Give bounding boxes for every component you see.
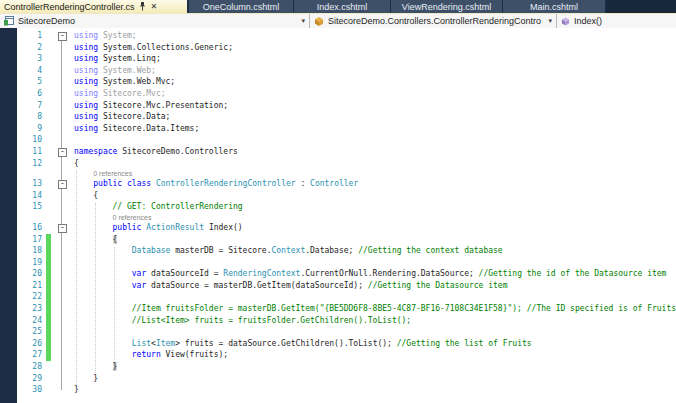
outlining-margin[interactable] (51, 234, 74, 246)
code-text[interactable]: return View(fruits); (74, 349, 676, 361)
line-number[interactable]: 23 (17, 303, 46, 315)
code-text[interactable]: using Sitecore.Mvc; (74, 88, 676, 100)
outlining-margin[interactable] (51, 361, 74, 373)
outlining-margin[interactable] (51, 42, 74, 54)
line-number[interactable]: 25 (17, 326, 46, 338)
code-text[interactable]: public class ControllerRenderingControll… (74, 178, 676, 190)
outlining-margin[interactable] (51, 190, 74, 202)
line-number[interactable]: 15 (17, 201, 46, 213)
tab-index[interactable]: Index.cshtml (294, 0, 390, 13)
member-dropdown[interactable]: Index() (557, 14, 676, 28)
line-number[interactable]: 2 (17, 42, 46, 54)
outlining-margin[interactable] (51, 201, 74, 213)
project-dropdown[interactable]: SitecoreDemo ▾ (0, 14, 310, 28)
code-text[interactable]: using System.Linq; (74, 53, 676, 65)
tab-controller-rendering-controller[interactable]: ControllerRenderingController.cs ✕ (0, 0, 187, 13)
code-text[interactable]: { (74, 158, 676, 170)
code-text[interactable]: using Sitecore.Data; (74, 111, 676, 123)
outlining-margin[interactable]: - (51, 222, 74, 234)
line-number[interactable]: 17 (17, 234, 46, 246)
code-text[interactable]: // GET: ControllerRendering (74, 201, 676, 213)
code-text[interactable]: } (74, 384, 676, 396)
code-text[interactable]: } (74, 373, 676, 385)
code-editor[interactable]: 1-using System;2using System.Collections… (0, 28, 676, 403)
code-text[interactable]: using Sitecore.Mvc.Presentation; (74, 100, 676, 112)
code-text[interactable] (74, 326, 676, 338)
codelens-annotation[interactable]: 0 references (113, 214, 152, 221)
outlining-margin[interactable] (51, 158, 74, 170)
line-number[interactable]: 3 (17, 53, 46, 65)
outlining-margin[interactable] (51, 268, 74, 280)
line-number[interactable]: 6 (17, 88, 46, 100)
code-text[interactable]: using System.Collections.Generic; (74, 42, 676, 54)
line-number[interactable]: 26 (17, 338, 46, 350)
code-text[interactable]: using System; (74, 30, 676, 42)
tab-main[interactable]: Main.cshtml (503, 0, 605, 13)
code-text[interactable]: //Item fruitsFolder = masterDB.GetItem("… (74, 303, 676, 315)
outlining-margin[interactable] (51, 315, 74, 327)
outlining-margin[interactable] (51, 123, 74, 135)
code-text[interactable]: using System.Web; (74, 65, 676, 77)
line-number[interactable]: 22 (17, 291, 46, 303)
collapse-toggle-icon[interactable]: - (58, 180, 67, 189)
code-text[interactable]: } (74, 361, 676, 373)
outlining-margin[interactable] (51, 134, 74, 146)
line-number[interactable]: 7 (17, 100, 46, 112)
line-number[interactable]: 8 (17, 111, 46, 123)
outlining-margin[interactable]: - (51, 178, 74, 190)
code-text[interactable]: Database masterDB = Sitecore.Context.Dat… (74, 245, 676, 257)
code-text[interactable]: namespace SitecoreDemo.Controllers (74, 146, 676, 158)
outlining-margin[interactable] (51, 349, 74, 361)
outlining-margin[interactable] (51, 111, 74, 123)
outlining-margin[interactable] (51, 326, 74, 338)
tab-viewrendering[interactable]: ViewRendering.cshtml (391, 0, 502, 13)
tab-onecolumn[interactable]: OneColumn.cshtml (189, 0, 293, 13)
code-text[interactable]: //List<Item> fruits = fruitsFolder.GetCh… (74, 315, 676, 327)
code-text[interactable] (74, 257, 676, 269)
line-number[interactable]: 19 (17, 257, 46, 269)
line-number[interactable]: 29 (17, 373, 46, 385)
outlining-margin[interactable] (51, 245, 74, 257)
outlining-margin[interactable] (51, 303, 74, 315)
line-number[interactable]: 28 (17, 361, 46, 373)
line-number[interactable]: 5 (17, 76, 46, 88)
line-number[interactable]: 13 (17, 178, 46, 190)
line-number[interactable]: 18 (17, 245, 46, 257)
line-number[interactable]: 21 (17, 280, 46, 292)
line-number[interactable]: 9 (17, 123, 46, 135)
outlining-margin[interactable] (51, 88, 74, 100)
line-number[interactable]: 11 (17, 146, 46, 158)
code-text[interactable] (74, 134, 676, 146)
outlining-margin[interactable] (51, 291, 74, 303)
outlining-margin[interactable] (51, 373, 74, 385)
outlining-margin[interactable] (51, 65, 74, 77)
outlining-margin[interactable] (51, 76, 74, 88)
outlining-margin[interactable] (51, 100, 74, 112)
line-number[interactable]: 12 (17, 158, 46, 170)
close-icon[interactable]: ✕ (151, 3, 158, 11)
pin-icon[interactable] (139, 2, 146, 11)
code-text[interactable]: var dataSource = masterDB.GetItem(dataSo… (74, 280, 676, 292)
code-text[interactable]: var dataSourceId = RenderingContext.Curr… (74, 268, 676, 280)
line-number[interactable]: 1 (17, 30, 46, 42)
line-number[interactable]: 27 (17, 349, 46, 361)
outlining-margin[interactable] (51, 338, 74, 350)
line-number[interactable]: 30 (17, 384, 46, 396)
line-number[interactable]: 10 (17, 134, 46, 146)
codelens-annotation[interactable]: 0 references (93, 170, 132, 177)
collapse-toggle-icon[interactable]: - (58, 224, 67, 233)
collapse-toggle-icon[interactable]: - (58, 32, 67, 41)
code-text[interactable]: using Sitecore.Data.Items; (74, 123, 676, 135)
outlining-margin[interactable] (51, 280, 74, 292)
collapse-toggle-icon[interactable]: - (58, 148, 67, 157)
code-text[interactable]: { (74, 234, 676, 246)
type-dropdown[interactable]: SitecoreDemo.Controllers.ControllerRende… (310, 14, 557, 28)
line-number[interactable]: 24 (17, 315, 46, 327)
code-text[interactable]: List<Item> fruits = dataSource.GetChildr… (74, 338, 676, 350)
outlining-margin[interactable] (51, 53, 74, 65)
outlining-margin[interactable] (51, 384, 74, 396)
line-number[interactable]: 16 (17, 222, 46, 234)
line-number[interactable]: 4 (17, 65, 46, 77)
outlining-margin[interactable]: - (51, 146, 74, 158)
breakpoint-margin[interactable] (0, 28, 17, 403)
